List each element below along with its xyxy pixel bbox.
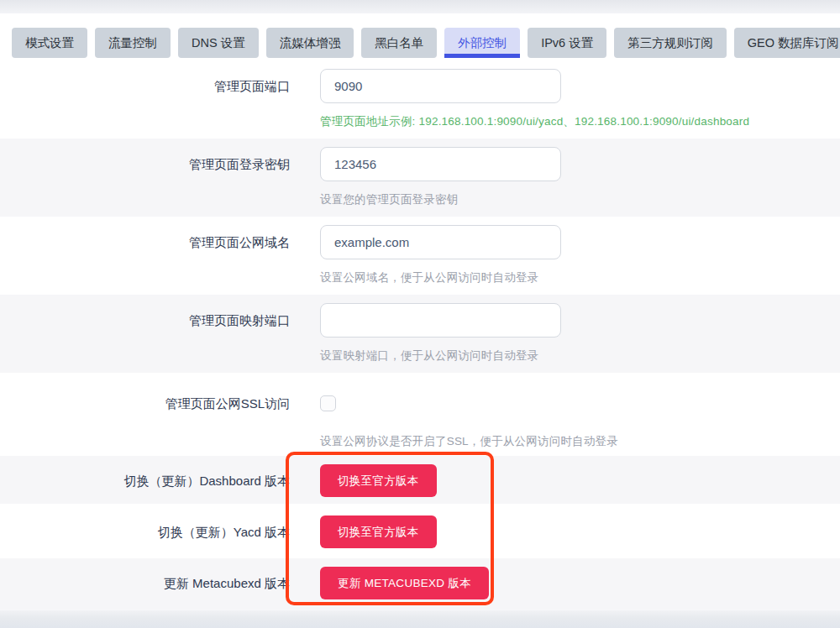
helper-text: 设置映射端口，便于从公网访问时自动登录 (320, 348, 840, 364)
settings-tabbar: 模式设置 流量控制 DNS 设置 流媒体增强 黑白名单 外部控制 IPv6 设置… (0, 13, 840, 60)
public-domain-input[interactable] (320, 225, 561, 259)
switch-dashboard-button[interactable]: 切换至官方版本 (320, 464, 437, 497)
row-switch-yacd: 切换（更新）Yacd 版本 切换至官方版本 (0, 504, 840, 558)
helper-text: 设置您的管理页面登录密钥 (320, 192, 840, 207)
row-update-metacubexd: 更新 Metacubexd 版本 更新 METACUBEXD 版本 (0, 558, 840, 610)
admin-secret-input[interactable] (320, 147, 561, 181)
helper-text: 设置公网域名，便于从公网访问时自动登录 (320, 270, 840, 285)
tab-third-party-rules[interactable]: 第三方规则订阅 (614, 28, 727, 58)
page-top-band (0, 0, 840, 13)
tab-traffic-control[interactable]: 流量控制 (95, 28, 171, 58)
tab-geo-database[interactable]: GEO 数据库订阅 (734, 28, 840, 58)
tab-mode-settings[interactable]: 模式设置 (12, 28, 87, 58)
public-ssl-checkbox[interactable] (320, 395, 336, 411)
field-label: 管理页面公网SSL访问 (0, 395, 290, 411)
update-metacubexd-button[interactable]: 更新 METACUBEXD 版本 (320, 567, 489, 599)
row-public-domain: 管理页面公网域名 设置公网域名，便于从公网访问时自动登录 (0, 217, 840, 295)
row-mapped-port: 管理页面映射端口 设置映射端口，便于从公网访问时自动登录 (0, 295, 840, 373)
switch-yacd-button[interactable]: 切换至官方版本 (320, 515, 437, 548)
helper-text: 设置公网协议是否开启了SSL，便于从公网访问时自动登录 (320, 434, 840, 449)
row-admin-secret: 管理页面登录密钥 设置您的管理页面登录密钥 (0, 139, 840, 217)
settings-form: 管理页面端口 管理页面地址示例: 192.168.100.1:9090/ui/y… (0, 60, 840, 610)
field-label: 管理页面登录密钥 (0, 147, 290, 181)
admin-url-example-text: 管理页面地址示例: 192.168.100.1:9090/ui/yacd、192… (320, 114, 840, 129)
tab-external-control[interactable]: 外部控制 (444, 28, 520, 58)
mapped-port-input[interactable] (320, 303, 561, 338)
row-public-ssl: 管理页面公网SSL访问 设置公网协议是否开启了SSL，便于从公网访问时自动登录 (0, 373, 840, 456)
tab-streaming-enhance[interactable]: 流媒体增强 (266, 28, 354, 58)
field-label: 管理页面端口 (0, 69, 290, 103)
tab-ipv6-settings[interactable]: IPv6 设置 (528, 28, 606, 58)
page-bottom-band (0, 610, 840, 628)
field-label: 更新 Metacubexd 版本 (0, 567, 290, 599)
field-label: 管理页面公网域名 (0, 225, 290, 259)
field-label: 切换（更新）Yacd 版本 (0, 515, 290, 548)
tab-dns-settings[interactable]: DNS 设置 (178, 28, 259, 58)
tab-black-white-list[interactable]: 黑白名单 (361, 28, 437, 58)
admin-port-input[interactable] (320, 69, 561, 103)
row-admin-port: 管理页面端口 管理页面地址示例: 192.168.100.1:9090/ui/y… (0, 60, 840, 139)
row-switch-dashboard: 切换（更新）Dashboard 版本 切换至官方版本 (0, 456, 840, 504)
field-label: 切换（更新）Dashboard 版本 (0, 464, 290, 497)
field-label: 管理页面映射端口 (0, 303, 290, 338)
